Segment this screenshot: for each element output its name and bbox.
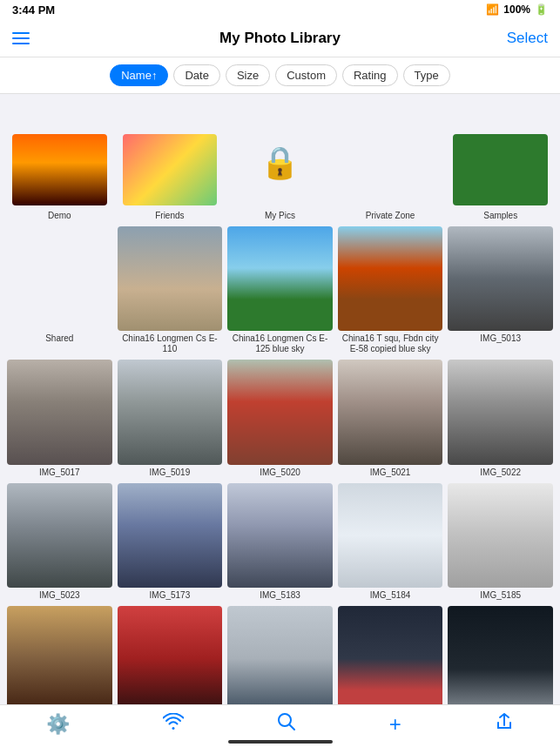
select-button[interactable]: Select (507, 30, 548, 47)
photo-img5022[interactable]: IMG_5022 (448, 360, 553, 478)
folder-shared-label: Shared (45, 333, 73, 344)
filter-bar: Name↑ Date Size Custom Rating Type (0, 57, 560, 94)
search-tab-icon (277, 712, 296, 737)
filter-date[interactable]: Date (173, 64, 219, 86)
photo-img5021[interactable]: IMG_5021 (338, 360, 443, 478)
folder-samples-label: Samples (483, 211, 517, 221)
tab-settings[interactable]: ⚙️ (46, 713, 70, 736)
photo-img5184-label: IMG_5184 (370, 590, 411, 601)
photo-img5017[interactable]: IMG_5017 (7, 360, 112, 478)
home-indicator (228, 740, 333, 744)
photo-img5183[interactable]: IMG_5183 (227, 483, 333, 602)
settings-icon: ⚙️ (46, 713, 70, 736)
photo-img5020-label: IMG_5020 (260, 468, 300, 478)
folder-friends-label: Friends (155, 211, 184, 221)
tab-search[interactable] (277, 712, 296, 737)
folder-samples[interactable]: Samples (448, 103, 553, 221)
folder-shared[interactable]: Shared (7, 226, 112, 345)
photo-china16-e110[interactable]: China16 Longmen Cs E-110 (118, 226, 223, 355)
menu-button[interactable] (12, 32, 30, 44)
photo-china16-e125[interactable]: China16 Longmen Cs E-125 blue sky (227, 226, 333, 355)
photo-china16-tsqu-label: China16 T squ, Fbdn city E-58 copied blu… (338, 333, 443, 354)
tab-wifi[interactable] (163, 713, 184, 736)
grid-row-2: Shared China16 Longmen Cs E-110 China16 … (7, 226, 553, 355)
folder-privatezone[interactable]: Private Zone (338, 103, 443, 221)
status-time: 3:44 PM (12, 3, 55, 17)
folder-demo[interactable]: Demo (7, 103, 112, 221)
filter-custom[interactable]: Custom (275, 64, 337, 86)
add-tab-icon: + (389, 712, 401, 737)
photo-img5019[interactable]: IMG_5019 (118, 360, 223, 478)
photo-china16-e125-label: China16 Longmen Cs E-125 blue sky (227, 333, 333, 354)
lock-icon: 🔒 (260, 145, 300, 181)
photo-img5185[interactable]: IMG_5185 (448, 483, 553, 602)
photo-img5022-label: IMG_5022 (480, 468, 521, 478)
filter-name[interactable]: Name↑ (110, 64, 168, 86)
page-title: My Photo Library (219, 30, 341, 47)
photo-img5017-label: IMG_5017 (39, 468, 80, 478)
folder-mypics-label: My Pics (265, 211, 295, 221)
photo-img5185-label: IMG_5185 (480, 590, 521, 601)
photo-img5173-label: IMG_5173 (150, 590, 191, 601)
status-bar: 3:44 PM 📶 100% 🔋 (0, 0, 560, 19)
grid-row-4: IMG_5023 IMG_5173 IMG_5183 IMG_5184 IMG_… (7, 483, 553, 602)
photo-img5020[interactable]: IMG_5020 (227, 360, 333, 478)
photo-img5183-label: IMG_5183 (260, 590, 300, 601)
filter-size[interactable]: Size (226, 64, 270, 86)
content-area: Demo Friends 🔒 My Pics (0, 94, 560, 747)
tab-share[interactable] (495, 712, 514, 737)
tab-add[interactable]: + (389, 712, 401, 737)
photo-img5021-label: IMG_5021 (370, 468, 411, 478)
grid-row-1: Demo Friends 🔒 My Pics (7, 103, 553, 221)
folder-privatezone-label: Private Zone (366, 211, 415, 221)
photo-grid: Demo Friends 🔒 My Pics (0, 94, 560, 738)
photo-img5013-label: IMG_5013 (480, 333, 521, 344)
photo-china16-e110-label: China16 Longmen Cs E-110 (118, 333, 223, 354)
battery-level: 100% (503, 3, 530, 16)
wifi-tab-icon (163, 713, 184, 736)
photo-img5019-label: IMG_5019 (150, 468, 191, 478)
wifi-icon: 📶 (486, 3, 499, 16)
folder-demo-label: Demo (48, 211, 71, 221)
photo-img5013[interactable]: IMG_5013 (448, 226, 553, 345)
hamburger-icon (12, 32, 30, 44)
photo-china16-tsqu[interactable]: China16 T squ, Fbdn city E-58 copied blu… (338, 226, 443, 355)
filter-rating[interactable]: Rating (342, 64, 398, 86)
svg-line-1 (289, 725, 294, 730)
filter-type[interactable]: Type (403, 64, 450, 86)
photo-img5023-label: IMG_5023 (39, 590, 80, 601)
nav-bar: My Photo Library Select (0, 19, 560, 57)
photo-img5184[interactable]: IMG_5184 (338, 483, 443, 602)
photo-img5023[interactable]: IMG_5023 (7, 483, 112, 602)
battery-icon: 🔋 (535, 3, 548, 16)
share-tab-icon (495, 712, 514, 737)
folder-friends[interactable]: Friends (118, 103, 223, 221)
grid-row-3: IMG_5017 IMG_5019 IMG_5020 IMG_5021 IMG_… (7, 360, 553, 478)
folder-mypics[interactable]: 🔒 My Pics (227, 103, 333, 221)
photo-img5173[interactable]: IMG_5173 (118, 483, 223, 602)
